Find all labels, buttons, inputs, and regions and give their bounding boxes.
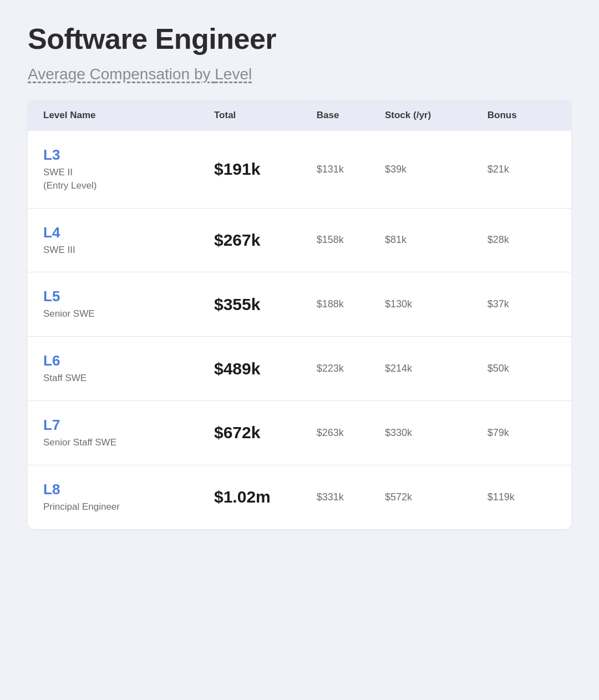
bonus-value: $28k <box>488 234 556 246</box>
level-cell: L3SWE II(Entry Level) <box>43 146 214 192</box>
bonus-value: $79k <box>488 427 556 439</box>
page-title: Software Engineer <box>28 22 571 55</box>
table-row: L6Staff SWE$489k$223k$214k$50k <box>28 337 571 401</box>
stock-value: $81k <box>385 234 488 246</box>
level-code-link[interactable]: L3 <box>43 146 214 164</box>
base-value: $263k <box>317 427 385 439</box>
level-cell: L8Principal Engineer <box>43 481 214 514</box>
table-row: L7Senior Staff SWE$672k$263k$330k$79k <box>28 401 571 465</box>
level-cell: L6Staff SWE <box>43 352 214 385</box>
level-title: Senior Staff SWE <box>43 436 214 449</box>
level-code-link[interactable]: L8 <box>43 481 214 498</box>
bonus-value: $50k <box>488 363 556 374</box>
table-row: L5Senior SWE$355k$188k$130k$37k <box>28 272 571 337</box>
base-value: $331k <box>317 491 385 503</box>
level-code-link[interactable]: L4 <box>43 224 214 241</box>
base-value: $223k <box>317 363 385 374</box>
level-code-link[interactable]: L7 <box>43 417 214 434</box>
level-cell: L4SWE III <box>43 224 214 257</box>
col-header-bonus: Bonus <box>488 110 556 121</box>
level-title: Principal Engineer <box>43 500 214 514</box>
table-row: L3SWE II(Entry Level)$191k$131k$39k$21k <box>28 131 571 209</box>
level-code-link[interactable]: L6 <box>43 352 214 369</box>
table-header: Level Name Total Base Stock (/yr) Bonus <box>28 100 571 131</box>
col-header-total: Total <box>214 110 317 121</box>
page-subtitle: Average Compensation by Level <box>28 65 571 83</box>
level-cell: L7Senior Staff SWE <box>43 417 214 449</box>
total-value: $355k <box>214 295 317 314</box>
stock-value: $572k <box>385 491 488 503</box>
stock-value: $214k <box>385 363 488 374</box>
level-title: SWE II <box>43 166 214 179</box>
bonus-value: $37k <box>488 298 556 310</box>
level-cell: L5Senior SWE <box>43 288 214 321</box>
total-value: $672k <box>214 423 317 442</box>
col-header-level-name: Level Name <box>43 110 214 121</box>
base-value: $131k <box>317 164 385 175</box>
base-value: $158k <box>317 234 385 246</box>
level-title: Staff SWE <box>43 372 214 385</box>
subtitle-link[interactable]: Level <box>215 65 252 83</box>
total-value: $1.02m <box>214 488 317 506</box>
total-value: $267k <box>214 231 317 250</box>
total-value: $191k <box>214 160 317 179</box>
base-value: $188k <box>317 298 385 310</box>
stock-value: $130k <box>385 298 488 310</box>
level-code-link[interactable]: L5 <box>43 288 214 305</box>
total-value: $489k <box>214 359 317 378</box>
col-header-stock: Stock (/yr) <box>385 110 488 121</box>
table-row: L4SWE III$267k$158k$81k$28k <box>28 209 571 273</box>
level-title: SWE III <box>43 244 214 257</box>
compensation-table: Level Name Total Base Stock (/yr) Bonus … <box>28 100 571 529</box>
col-header-base: Base <box>317 110 385 121</box>
level-title: Senior SWE <box>43 307 214 321</box>
table-body: L3SWE II(Entry Level)$191k$131k$39k$21kL… <box>28 131 571 529</box>
level-title-line2: (Entry Level) <box>43 179 214 192</box>
stock-value: $330k <box>385 427 488 439</box>
bonus-value: $21k <box>488 164 556 175</box>
subtitle-prefix: Average Compensation by <box>28 65 215 83</box>
table-row: L8Principal Engineer$1.02m$331k$572k$119… <box>28 465 571 529</box>
stock-value: $39k <box>385 164 488 175</box>
bonus-value: $119k <box>488 491 556 503</box>
